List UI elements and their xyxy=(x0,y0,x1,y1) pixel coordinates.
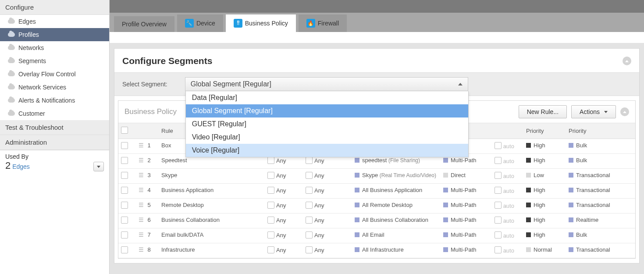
tab-firewall[interactable]: 🔥Firewall xyxy=(299,14,347,32)
section-test[interactable]: Test & Troubleshoot xyxy=(0,120,109,135)
row-checkbox[interactable] xyxy=(121,157,128,164)
tab-device[interactable]: 🔧Device xyxy=(177,14,223,32)
row-checkbox[interactable] xyxy=(121,231,128,238)
segment-combobox[interactable]: Global Segment [Regular] Data [Regular]G… xyxy=(185,77,468,91)
drag-handle-icon[interactable]: ☰ xyxy=(139,231,143,238)
application-cell: All Infrastructure xyxy=(352,243,441,258)
sidebar-item-label: Customer xyxy=(18,110,45,117)
drag-handle-icon[interactable]: ☰ xyxy=(139,172,143,178)
col-priority[interactable]: Priority xyxy=(523,123,566,139)
row-checkbox[interactable] xyxy=(121,142,128,149)
sidebar-item-profiles[interactable]: Profiles xyxy=(0,28,109,41)
segment-option[interactable]: Video [Regular] xyxy=(186,131,468,144)
drag-handle-icon[interactable]: ☰ xyxy=(139,202,143,208)
sidebar-item-label: Overlay Flow Control xyxy=(18,71,76,78)
source-any[interactable]: Any xyxy=(267,246,286,253)
collapse-button[interactable] xyxy=(623,57,631,65)
app-color-icon xyxy=(355,158,359,163)
segment-option[interactable]: GUEST [Regular] xyxy=(186,117,468,131)
tab-business-policy[interactable]: 🎖Business Policy xyxy=(226,14,296,32)
select-all-checkbox[interactable] xyxy=(121,127,128,134)
row-checkbox[interactable] xyxy=(121,202,128,209)
new-rule-button[interactable]: New Rule... xyxy=(519,105,567,118)
source-any[interactable]: Any xyxy=(267,217,286,224)
row-index: 8 xyxy=(146,246,151,253)
dest-any[interactable]: Any xyxy=(306,246,324,253)
auto-cell: auto xyxy=(492,199,523,214)
source-any[interactable]: Any xyxy=(267,231,286,238)
cloud-icon xyxy=(8,72,15,76)
link-color-icon xyxy=(443,158,448,163)
sidebar-item-segments[interactable]: Segments xyxy=(0,54,109,68)
source-any[interactable]: Any xyxy=(267,187,286,194)
panel-collapse-button[interactable] xyxy=(620,107,629,116)
drag-handle-icon[interactable]: ☰ xyxy=(139,246,143,253)
dest-any[interactable]: Any xyxy=(306,172,324,179)
drag-handle-icon[interactable]: ☰ xyxy=(139,187,143,193)
table-row[interactable]: ☰ 4Business ApplicationAnyAnyAll Busines… xyxy=(118,184,635,199)
table-row[interactable]: ☰ 5Remote DesktopAnyAnyAll Remote Deskto… xyxy=(118,199,635,214)
dest-any[interactable]: Any xyxy=(306,157,324,164)
main-area: Profile Overview🔧Device🎖Business Policy🔥… xyxy=(110,0,644,274)
link-cell: Multi-Path xyxy=(441,199,492,214)
col-priority2[interactable]: Priority xyxy=(566,123,635,139)
app-color-icon xyxy=(355,232,359,237)
source-any[interactable]: Any xyxy=(267,202,286,209)
table-row[interactable]: ☰ 7Email bulk/DATAAnyAnyAll Email Multi-… xyxy=(118,228,635,243)
section-admin[interactable]: Administration xyxy=(0,135,109,150)
table-row[interactable]: ☰ 8InfrastructureAnyAnyAll Infrastructur… xyxy=(118,243,635,258)
drag-handle-icon[interactable]: ☰ xyxy=(139,157,143,164)
used-by-link[interactable]: Edges xyxy=(12,163,30,170)
sidebar-item-networks[interactable]: Networks xyxy=(0,41,109,54)
cloud-icon xyxy=(8,32,15,37)
sidebar-item-overlay-flow-control[interactable]: Overlay Flow Control xyxy=(0,68,109,81)
sidebar-item-label: Alerts & Notifications xyxy=(18,97,75,104)
app-color-icon xyxy=(355,173,359,178)
segment-option[interactable]: Data [Regular] xyxy=(186,91,468,104)
priority1-cell: Low xyxy=(523,169,566,184)
sidebar-item-alerts-notifications[interactable]: Alerts & Notifications xyxy=(0,94,109,107)
link-color-icon xyxy=(443,232,448,237)
sidebar-item-edges[interactable]: Edges xyxy=(0,15,109,28)
source-any[interactable]: Any xyxy=(267,172,286,179)
application-cell: All Remote Desktop xyxy=(352,199,441,214)
section-configure[interactable]: Configure xyxy=(0,0,109,15)
auto-cell: auto xyxy=(492,139,523,154)
topbar-strip xyxy=(110,0,644,13)
sidebar-item-network-services[interactable]: Network Services xyxy=(0,81,109,94)
dest-any[interactable]: Any xyxy=(306,187,324,194)
dest-any[interactable]: Any xyxy=(306,202,324,209)
link-cell: Multi-Path xyxy=(441,184,492,199)
table-row[interactable]: ☰ 3SkypeAnyAnySkype (Real Time Audio/Vid… xyxy=(118,169,635,184)
segment-option[interactable]: Global Segment [Regular] xyxy=(186,104,468,117)
sidebar: Configure EdgesProfilesNetworksSegmentsO… xyxy=(0,0,110,274)
auto-cell: auto xyxy=(492,243,523,258)
flame-icon: 🔥 xyxy=(306,19,315,28)
priority2-cell: Transactional xyxy=(566,199,635,214)
segment-option[interactable]: Voice [Regular] xyxy=(186,144,468,157)
actions-button[interactable]: Actions xyxy=(571,105,616,118)
row-checkbox[interactable] xyxy=(121,187,128,194)
source-any[interactable]: Any xyxy=(267,157,286,164)
dest-any[interactable]: Any xyxy=(306,231,324,238)
table-row[interactable]: ☰ 6Business CollaborationAnyAnyAll Busin… xyxy=(118,214,635,228)
row-checkbox[interactable] xyxy=(121,172,128,179)
chevron-down-icon xyxy=(604,111,608,113)
drag-handle-icon[interactable]: ☰ xyxy=(139,142,143,149)
used-by-dropdown-button[interactable] xyxy=(93,162,104,171)
row-checkbox[interactable] xyxy=(121,246,128,253)
tab-bar: Profile Overview🔧Device🎖Business Policy🔥… xyxy=(110,13,644,32)
auto-cell: auto xyxy=(492,154,523,169)
priority-color-icon xyxy=(569,232,573,237)
application-cell: All Business Application xyxy=(352,184,441,199)
drag-handle-icon[interactable]: ☰ xyxy=(139,217,143,223)
dest-any[interactable]: Any xyxy=(306,217,324,224)
segment-dropdown: Data [Regular]Global Segment [Regular]GU… xyxy=(185,91,469,157)
wrench-icon: 🔧 xyxy=(185,19,194,28)
row-checkbox[interactable] xyxy=(121,217,128,224)
priority-color-icon xyxy=(526,188,531,192)
priority2-cell: Bulk xyxy=(566,139,635,154)
tab-profile-overview[interactable]: Profile Overview xyxy=(114,16,174,32)
segment-selected-value: Global Segment [Regular] xyxy=(191,80,271,88)
sidebar-item-customer[interactable]: Customer xyxy=(0,107,109,120)
